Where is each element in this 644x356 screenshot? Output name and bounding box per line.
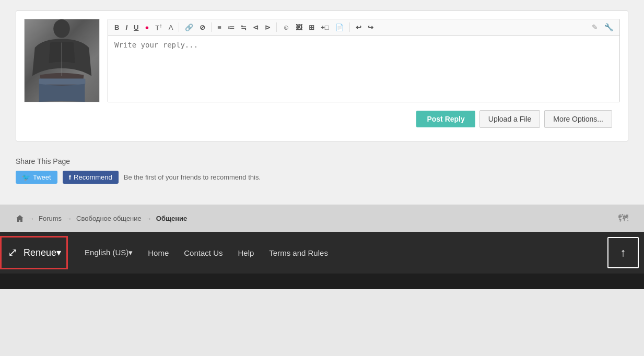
editor-area: B I U ● T↑ A 🔗 ⊘ ≡ ≔ ≒ ⊲ ⊳ ☺ (108, 19, 620, 102)
facebook-icon: f (69, 173, 71, 181)
main-content: B I U ● T↑ A 🔗 ⊘ ≡ ≔ ≒ ⊲ ⊳ ☺ (0, 0, 644, 205)
language-selector[interactable]: English (US)▾ (78, 243, 139, 263)
reply-editor-inner: B I U ● T↑ A 🔗 ⊘ ≡ ≔ ≒ ⊲ ⊳ ☺ (24, 19, 620, 102)
resize-icon: ⤢ (2, 238, 24, 267)
bullet-list-button[interactable]: ≔ (226, 23, 237, 32)
image-button[interactable]: 🖼 (294, 23, 305, 32)
footer-brand-name[interactable]: Reneue▾ (24, 239, 66, 266)
footer-spacer (345, 232, 602, 274)
breadcrumb-forums[interactable]: Forums (39, 215, 62, 222)
breadcrumb-category[interactable]: Свободное общение (76, 215, 142, 222)
font-size-down-button[interactable]: A (167, 23, 175, 32)
footer-nav: English (US)▾ Home Contact Us Help Terms… (68, 232, 345, 274)
brand-text: Reneue (24, 247, 56, 258)
breadcrumb-arrow-2: → (66, 215, 72, 222)
source-mode-button[interactable]: 🔧 (602, 22, 615, 32)
footer-bar: ⤢ Reneue▾ English (US)▾ Home Contact Us … (0, 232, 644, 274)
footer-terms-link[interactable]: Terms and Rules (263, 243, 334, 263)
breadcrumb-arrow-1: → (28, 215, 34, 222)
svg-rect-3 (39, 79, 86, 85)
font-size-up-button[interactable]: T↑ (153, 22, 164, 32)
tweet-label: Tweet (33, 173, 51, 181)
twitter-bird-icon: 🐦 (22, 173, 30, 181)
file-button[interactable]: 📄 (333, 23, 346, 32)
toolbar-separator-1 (179, 22, 179, 32)
language-dropdown-icon: ▾ (128, 248, 133, 257)
underline-button[interactable]: U (132, 23, 140, 32)
emoji-button[interactable]: ☺ (280, 23, 291, 32)
reply-textarea[interactable] (108, 35, 619, 102)
toolbar-separator-4 (349, 22, 350, 32)
table-button[interactable]: ⊞ (307, 23, 317, 32)
undo-button[interactable]: ↩ (354, 23, 364, 32)
toolbar-separator-2 (211, 22, 212, 32)
post-reply-button[interactable]: Post Reply (416, 111, 475, 127)
scroll-to-top-button[interactable]: ↑ (607, 237, 639, 268)
breadcrumb: → Forums → Свободное общение → Общение (16, 214, 187, 223)
unlink-button[interactable]: ⊘ (197, 23, 207, 32)
tweet-button[interactable]: 🐦 Tweet (16, 171, 57, 184)
footer-contact-link[interactable]: Contact Us (178, 243, 229, 263)
share-section: Share This Page 🐦 Tweet f Recommend Be t… (16, 152, 628, 194)
home-icon (16, 215, 24, 223)
insert-button[interactable]: +□ (319, 23, 331, 32)
avatar-box (24, 19, 100, 102)
redo-button[interactable]: ↪ (366, 23, 376, 32)
language-text: English (US) (85, 248, 128, 257)
indent-left-button[interactable]: ⊲ (251, 23, 261, 32)
italic-button[interactable]: I (123, 23, 130, 32)
editor-actions: Post Reply Upload a File More Options... (24, 105, 620, 133)
brand-dropdown-icon: ▾ (56, 247, 61, 258)
number-list-button[interactable]: ≒ (239, 23, 249, 32)
recommend-text: Be the first of your friends to recommen… (124, 173, 261, 181)
color-button[interactable]: ● (143, 23, 151, 32)
upload-file-button[interactable]: Upload a File (479, 110, 541, 128)
footer-brand-area[interactable]: ⤢ Reneue▾ (0, 236, 68, 269)
share-buttons: 🐦 Tweet f Recommend Be the first of your… (16, 171, 628, 184)
breadcrumb-bar: → Forums → Свободное общение → Общение 🗺 (0, 205, 644, 232)
footer-home-link[interactable]: Home (142, 243, 175, 263)
edit-mode-button[interactable]: ✎ (590, 22, 600, 32)
footer-help-link[interactable]: Help (231, 243, 260, 263)
share-title: Share This Page (16, 157, 628, 165)
reply-editor-container: B I U ● T↑ A 🔗 ⊘ ≡ ≔ ≒ ⊲ ⊳ ☺ (16, 10, 628, 141)
facebook-recommend-button[interactable]: f Recommend (63, 171, 119, 184)
bottom-strip (0, 274, 644, 289)
breadcrumb-current: Общение (156, 215, 187, 222)
breadcrumb-home[interactable] (16, 214, 24, 223)
fb-label: Recommend (74, 173, 112, 181)
footer-scroll-top: ↑ (607, 236, 639, 269)
editor-toolbar: B I U ● T↑ A 🔗 ⊘ ≡ ≔ ≒ ⊲ ⊳ ☺ (108, 19, 619, 35)
link-button[interactable]: 🔗 (183, 23, 195, 32)
indent-right-button[interactable]: ⊳ (263, 23, 273, 32)
avatar-image (25, 19, 99, 102)
toolbar-separator-3 (276, 22, 277, 32)
more-options-button[interactable]: More Options... (544, 110, 612, 128)
svg-point-2 (53, 19, 70, 38)
bold-button[interactable]: B (112, 23, 121, 32)
sitemap-icon[interactable]: 🗺 (618, 212, 628, 224)
align-button[interactable]: ≡ (215, 23, 224, 32)
breadcrumb-arrow-3: → (146, 215, 152, 222)
